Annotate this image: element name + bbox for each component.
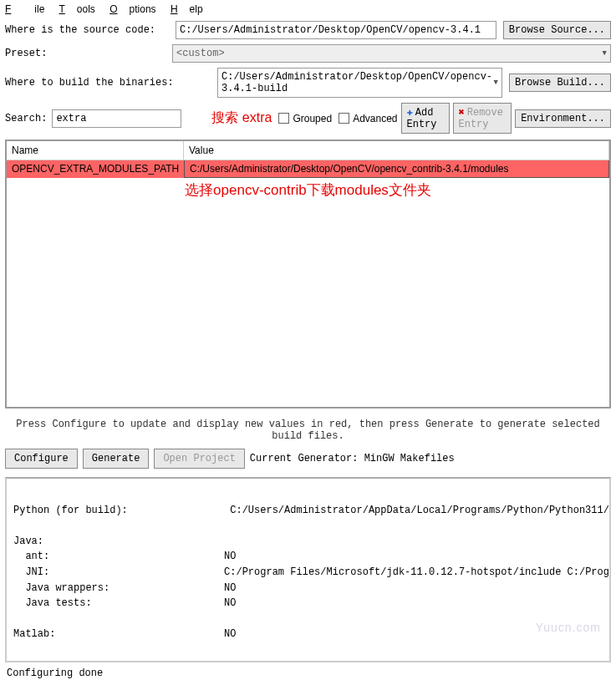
build-path-value: C:/Users/Administrator/Desktop/OpenCV/op… — [221, 71, 494, 94]
column-header-name[interactable]: Name — [7, 141, 184, 160]
build-label: Where to build the binaries: — [5, 77, 214, 89]
generate-button[interactable]: Generate — [83, 449, 150, 469]
browse-source-button[interactable]: Browse Source... — [503, 21, 611, 39]
grouped-checkbox[interactable]: Grouped — [278, 113, 332, 124]
build-path-combo[interactable]: C:/Users/Administrator/Desktop/OpenCV/op… — [217, 68, 502, 98]
preset-combo[interactable]: <custom> ▼ — [172, 44, 611, 63]
open-project-button: Open Project — [154, 449, 244, 469]
advanced-checkbox[interactable]: Advanced — [339, 113, 397, 124]
menu-options[interactable]: Options — [109, 3, 155, 15]
chevron-down-icon: ▼ — [494, 79, 498, 87]
configure-button[interactable]: Configure — [5, 449, 78, 469]
chevron-down-icon: ▼ — [603, 49, 607, 58]
annotation-table: 选择opencv-contrib下载modules文件夹 — [7, 178, 609, 200]
entry-value[interactable]: C:/Users/Administrator/Desktop/OpenCV/op… — [184, 160, 609, 178]
watermark: Yuucn.com — [536, 621, 601, 634]
table-row[interactable]: OPENCV_EXTRA_MODULES_PATH C:/Users/Admin… — [7, 160, 609, 178]
add-entry-button[interactable]: ✚Add Entry — [401, 103, 450, 134]
plus-icon: ✚ — [407, 107, 413, 119]
remove-icon: ✖ — [459, 107, 465, 119]
preset-value: <custom> — [176, 48, 225, 59]
menu-file[interactable]: File — [5, 3, 44, 15]
column-header-value[interactable]: Value — [184, 141, 609, 160]
menu-tools[interactable]: Tools — [59, 3, 94, 15]
source-path-input[interactable] — [176, 21, 496, 39]
config-table: Name Value OPENCV_EXTRA_MODULES_PATH C:/… — [5, 140, 611, 409]
search-label: Search: — [5, 113, 47, 124]
remove-entry-button: ✖Remove Entry — [453, 103, 512, 134]
menu-bar: File Tools Options Help — [0, 0, 616, 18]
hint-text: Press Configure to update and display ne… — [0, 412, 616, 445]
menu-help[interactable]: Help — [171, 3, 203, 15]
status-text: Configuring done — [0, 662, 616, 680]
preset-label: Preset: — [5, 48, 172, 59]
entry-name: OPENCV_EXTRA_MODULES_PATH — [7, 160, 184, 178]
search-input[interactable] — [52, 109, 181, 128]
annotation-search: 搜索 extra — [211, 109, 272, 127]
environment-button[interactable]: Environment... — [515, 109, 611, 128]
output-log[interactable]: Python (for build): C:/Users/Administrat… — [5, 477, 611, 662]
browse-build-button[interactable]: Browse Build... — [509, 74, 611, 92]
current-generator-label: Current Generator: MinGW Makefiles — [250, 453, 455, 464]
source-label: Where is the source code: — [5, 24, 172, 36]
